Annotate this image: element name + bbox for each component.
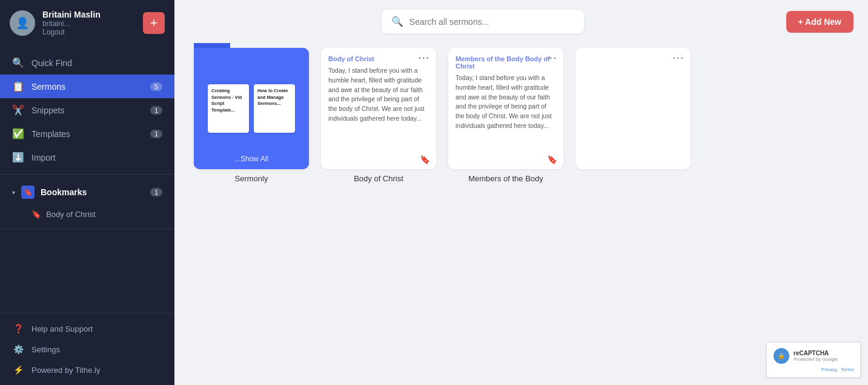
recaptcha-links: Privacy Terms xyxy=(773,367,854,372)
avatar: 👤 xyxy=(10,10,35,36)
sermons-icon: 📋 xyxy=(12,81,24,92)
folder-body: Creating Sermons - Vid Script Template..… xyxy=(194,48,309,169)
chevron-down-icon: ▾ xyxy=(12,189,15,196)
main-content: 🔍 + Add New Creating Sermons - Vid Scrip… xyxy=(174,0,868,385)
divider2 xyxy=(0,229,174,229)
footer-settings[interactable]: ⚙️ Settings xyxy=(0,339,174,360)
powered-label: Powered by Tithe.ly xyxy=(31,366,100,375)
templates-icon: ✅ xyxy=(12,128,24,139)
card-church-label: Body of Christ xyxy=(328,55,429,62)
folder-card-wrapper: Creating Sermons - Vid Script Template..… xyxy=(194,48,309,190)
nav-item-quick-find[interactable]: 🔍 Quick Find xyxy=(0,51,174,75)
nav-item-snippets[interactable]: ✂️ Snippets 1 xyxy=(0,98,174,122)
card-text-2: Today, I stand before you with a humble … xyxy=(456,73,556,131)
text-card-wrapper-1: ··· Body of Christ Today, I stand before… xyxy=(321,48,436,190)
mini-doc-1-title: Creating Sermons - Vid Script Template..… xyxy=(211,88,245,113)
mini-doc-2-title: How to Create and Manage Sermons... xyxy=(257,88,291,107)
search-bar: 🔍 xyxy=(382,10,584,33)
user-info: Britaini Maslin britaini... Logout xyxy=(42,10,136,36)
sermons-badge: 5 xyxy=(150,82,162,91)
settings-label: Settings xyxy=(31,345,60,354)
templates-label: Templates xyxy=(31,129,143,139)
sidebar-header: 👤 Britaini Maslin britaini... Logout + xyxy=(0,0,174,46)
card-text: Today, I stand before you with a humble … xyxy=(328,66,429,124)
recaptcha-label: reCAPTCHA xyxy=(793,350,838,357)
mini-doc-2: How to Create and Manage Sermons... xyxy=(254,84,295,133)
card-label-2: Members of the Body xyxy=(465,169,547,190)
import-label: Import xyxy=(31,153,162,162)
bookmarks-label: Bookmarks xyxy=(41,187,144,197)
add-new-button[interactable]: + Add New xyxy=(786,11,853,33)
user-name: Britaini Maslin xyxy=(42,10,136,19)
settings-icon: ⚙️ xyxy=(12,344,24,354)
bookmark-label: Body of Christ xyxy=(46,210,96,219)
snippets-badge: 1 xyxy=(150,106,162,115)
search-input[interactable] xyxy=(409,17,574,27)
snippets-label: Snippets xyxy=(31,105,143,115)
recaptcha-box: 🔒 reCAPTCHA Protected by Google Privacy … xyxy=(766,342,861,378)
mini-doc-1: Creating Sermons - Vid Script Template..… xyxy=(208,84,249,133)
logout-link[interactable]: Logout xyxy=(42,28,136,36)
search-icon: 🔍 xyxy=(12,57,24,69)
recaptcha-privacy-link[interactable]: Privacy xyxy=(821,367,837,372)
bookmarks-header[interactable]: ▾ 🔖 Bookmarks 1 xyxy=(0,179,174,205)
templates-badge: 1 xyxy=(150,130,162,138)
powered-icon: ⚡ xyxy=(12,365,24,375)
svg-text:🔒: 🔒 xyxy=(778,352,786,360)
folder-card-label: Sermonly xyxy=(231,169,272,190)
footer-help[interactable]: ❓ Help and Support xyxy=(0,318,174,339)
sermon-card-members[interactable]: ··· Members of the Body Body of Christ T… xyxy=(448,48,563,169)
bookmarks-icon: 🔖 xyxy=(21,186,35,199)
help-icon: ❓ xyxy=(12,324,24,333)
card-content: Body of Christ Today, I stand before you… xyxy=(321,48,436,169)
sermons-label: Sermons xyxy=(31,82,143,92)
sermon-card-sermonly[interactable]: Creating Sermons - Vid Script Template..… xyxy=(194,48,309,169)
card-menu-button-2[interactable]: ··· xyxy=(546,53,557,64)
bookmark-item-body-of-christ[interactable]: 🔖 Body of Christ xyxy=(0,205,174,224)
topbar: 🔍 + Add New xyxy=(174,0,868,43)
card-bookmark-icon-2: 🔖 xyxy=(547,155,557,164)
snippets-icon: ✂️ xyxy=(12,104,24,116)
cards-area: Creating Sermons - Vid Script Template..… xyxy=(174,43,868,385)
recaptcha-top: 🔒 reCAPTCHA Protected by Google xyxy=(773,347,854,364)
card-label-1: Body of Christ xyxy=(350,169,407,190)
card-menu-button-3[interactable]: ··· xyxy=(673,53,684,64)
sidebar-footer: ❓ Help and Support ⚙️ Settings ⚡ Powered… xyxy=(0,313,174,385)
recaptcha-text: reCAPTCHA Protected by Google xyxy=(793,350,838,362)
show-all-label[interactable]: ...Show All xyxy=(194,155,309,163)
recaptcha-terms-link[interactable]: Terms xyxy=(841,367,854,372)
divider xyxy=(0,174,174,175)
card-church-label-2: Members of the Body Body of Christ xyxy=(456,55,556,70)
nav-item-templates[interactable]: ✅ Templates 1 xyxy=(0,122,174,146)
sidebar: 👤 Britaini Maslin britaini... Logout + 🔍… xyxy=(0,0,174,385)
recaptcha-logo-icon: 🔒 xyxy=(773,347,790,364)
nav-item-sermons[interactable]: 📋 Sermons 5 xyxy=(0,75,174,98)
card-bookmark-icon: 🔖 xyxy=(420,155,430,164)
bookmark-icon: 🔖 xyxy=(31,210,41,219)
add-button[interactable]: + xyxy=(143,12,165,34)
import-icon: ⬇️ xyxy=(12,152,24,163)
footer-powered[interactable]: ⚡ Powered by Tithe.ly xyxy=(0,360,174,380)
sermon-card-body-of-christ[interactable]: ··· Body of Christ Today, I stand before… xyxy=(321,48,436,169)
sidebar-nav: 🔍 Quick Find 📋 Sermons 5 ✂️ Snippets 1 ✅… xyxy=(0,46,174,313)
quick-find-label: Quick Find xyxy=(31,58,162,68)
card-content-2: Members of the Body Body of Christ Today… xyxy=(448,48,563,169)
user-email: britaini... xyxy=(42,19,136,28)
empty-card-wrapper: ··· xyxy=(575,48,691,190)
text-card-wrapper-2: ··· Members of the Body Body of Christ T… xyxy=(448,48,563,190)
search-icon: 🔍 xyxy=(391,16,403,27)
bookmarks-badge: 1 xyxy=(150,188,162,196)
sermon-card-empty[interactable]: ··· xyxy=(575,48,691,169)
help-label: Help and Support xyxy=(31,324,93,333)
nav-item-import[interactable]: ⬇️ Import xyxy=(0,146,174,169)
card-menu-button[interactable]: ··· xyxy=(419,53,430,64)
